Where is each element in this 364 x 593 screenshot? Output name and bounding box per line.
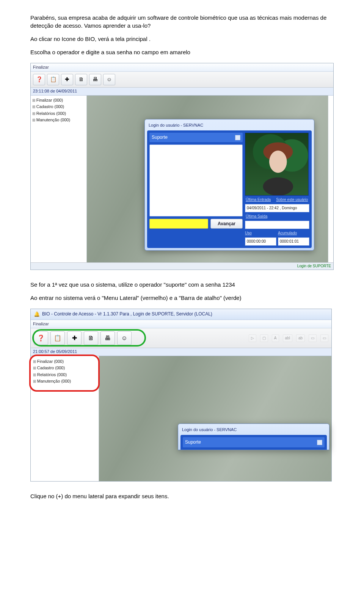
side-tree: Finalizar (000) Cadastro (000) Relatório… <box>31 356 99 481</box>
advance-button[interactable]: Avançar <box>210 219 243 229</box>
pointer-icon: ▷ <box>249 334 256 342</box>
main-canvas: Login do usuário - SERVNAC Suporte <box>99 356 331 481</box>
selected-user-label: Suporte <box>185 439 201 446</box>
login-dialog-title: Login do usuário - SERVNAC <box>180 426 327 435</box>
tree-relatorios[interactable]: Relatórios (000) <box>33 372 96 378</box>
toolbar: ❓ 📋 ✚ 🗎 🖶 ☺ <box>31 72 333 88</box>
outro-paragraph-1: Clique no (+) do menu lateral para expan… <box>30 492 334 500</box>
font-a-icon: A <box>272 334 279 342</box>
label-ultima-saida[interactable]: Última Saída <box>245 214 309 219</box>
user-listbox[interactable] <box>149 144 243 216</box>
tree-cadastro[interactable]: Cadastro (000) <box>33 365 96 371</box>
box1-icon: ▭ <box>309 334 317 342</box>
menu-finalizar[interactable]: Finalizar <box>33 322 49 326</box>
tree-finalizar[interactable]: Finalizar (000) <box>32 97 85 104</box>
mid-paragraph-1: Se for a 1ª vez que usa o sistema, utili… <box>30 281 334 289</box>
screenshot-highlighted-window: 🔔 BIO - Controle de Acesso - Vr 1.1.307 … <box>30 309 332 482</box>
ultima-saida-value <box>245 221 309 229</box>
clock-bar: 21:00:57 de 05/09/2011 <box>31 348 331 356</box>
plus-icon[interactable]: ✚ <box>61 74 73 85</box>
acumulado-value: 0000:01:01 <box>278 237 309 246</box>
selected-user-label: Suporte <box>152 134 168 141</box>
smile-icon[interactable]: ☺ <box>103 74 115 85</box>
label-uso: Uso <box>245 231 276 236</box>
window-titlebar: 🔔 BIO - Controle de Acesso - Vr 1.1.307 … <box>31 309 331 320</box>
plus-icon[interactable]: ✚ <box>67 331 82 345</box>
abl-icon: abl <box>283 334 292 342</box>
disabled-format-tools: ▷ ▢ A abl ab ▭ ▭ <box>249 334 328 342</box>
document-icon[interactable]: 🗎 <box>75 74 87 85</box>
uso-value: 0000:00:00 <box>245 237 276 246</box>
print-icon[interactable]: 🖶 <box>100 331 115 345</box>
print-icon[interactable]: 🖶 <box>89 74 101 85</box>
intro-paragraph-1: Parabéns, sua empresa acaba de adquirir … <box>30 14 334 30</box>
tree-relatorios[interactable]: Relatórios (000) <box>32 110 85 117</box>
ab-icon: ab <box>296 334 305 342</box>
login-dialog: Login do usuário - SERVNAC Suporte Avanç… <box>144 119 314 251</box>
login-dialog-partial: Login do usuário - SERVNAC Suporte <box>178 424 329 450</box>
scroll-up-icon[interactable] <box>317 440 322 445</box>
menu-finalizar[interactable]: Finalizar <box>33 65 49 69</box>
intro-paragraph-3: Escolha o operador e digite a sua senha … <box>30 48 334 56</box>
image-icon: ▢ <box>260 334 268 342</box>
user-photo <box>245 133 309 196</box>
main-canvas: Login do usuário - SERVNAC Suporte Avanç… <box>87 96 328 262</box>
clipboard-icon[interactable]: 📋 <box>47 74 59 85</box>
ultima-entrada-value: 04/09/2011 - 22:42 , Domingo <box>245 204 309 212</box>
menubar: Finalizar <box>31 320 331 328</box>
right-scrollbar[interactable] <box>328 96 333 262</box>
mid-paragraph-2: Ao entrar no sistema verá o "Menu Latera… <box>30 294 334 302</box>
document-icon[interactable]: 🗎 <box>84 331 98 345</box>
password-input[interactable] <box>149 219 208 229</box>
box2-icon: ▭ <box>320 334 328 342</box>
tree-manutencao[interactable]: Manutenção (000) <box>32 117 85 123</box>
app-icon: 🔔 <box>34 311 40 318</box>
label-acumulado: Acumulado <box>278 231 309 236</box>
selected-user-row[interactable]: Suporte <box>149 133 243 142</box>
tree-manutencao[interactable]: Manutenção (000) <box>33 378 96 384</box>
status-bar: Login de SUPORTE <box>31 262 333 270</box>
tree-cadastro[interactable]: Cadastro (000) <box>32 104 85 110</box>
link-ultima-entrada[interactable]: Última Entrada <box>246 197 271 202</box>
toolbar: ❓ 📋 ✚ 🗎 🖶 ☺ ▷ ▢ A abl ab ▭ ▭ <box>31 328 331 348</box>
scroll-up-icon[interactable] <box>235 135 240 140</box>
side-tree: Finalizar (000) Cadastro (000) Relatório… <box>31 96 87 262</box>
intro-paragraph-2: Ao clicar no Icone do BIO, verá a tela p… <box>30 35 334 43</box>
selected-user-row[interactable]: Suporte <box>183 437 325 447</box>
clipboard-icon[interactable]: 📋 <box>50 331 65 345</box>
screenshot-main-window: Finalizar ❓ 📋 ✚ 🗎 🖶 ☺ 23:11:08 de 04/09/… <box>30 63 334 270</box>
help-icon[interactable]: ❓ <box>33 74 45 85</box>
menubar: Finalizar <box>31 63 333 72</box>
login-dialog-title: Login do usuário - SERVNAC <box>147 122 312 130</box>
clock-bar: 23:11:08 de 04/09/2011 <box>31 88 333 95</box>
window-title: BIO - Controle de Acesso - Vr 1.1.307 Pa… <box>42 311 212 317</box>
tree-finalizar[interactable]: Finalizar (000) <box>33 358 96 365</box>
smile-icon[interactable]: ☺ <box>117 331 132 345</box>
link-sobre-usuario[interactable]: Sobre este usuário <box>276 197 308 202</box>
help-icon[interactable]: ❓ <box>34 331 48 345</box>
